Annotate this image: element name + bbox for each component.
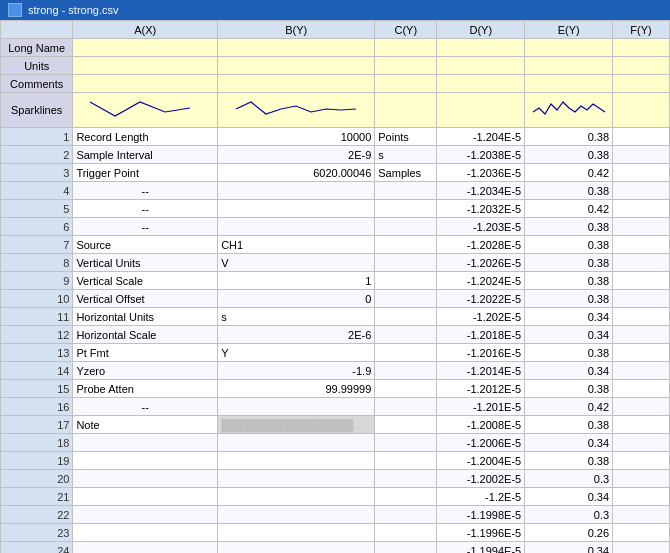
cell-b[interactable] <box>218 542 375 554</box>
cell-c[interactable] <box>375 326 437 344</box>
cell-d[interactable]: -1.2038E-5 <box>437 146 525 164</box>
cell-e[interactable]: 0.34 <box>525 434 613 452</box>
cell-b[interactable]: 99.99999 <box>218 380 375 398</box>
cell-e[interactable]: 0.34 <box>525 488 613 506</box>
cell-c[interactable] <box>375 542 437 554</box>
cell-f[interactable] <box>613 164 670 182</box>
cell-c[interactable] <box>375 200 437 218</box>
cell-e[interactable]: 0.3 <box>525 506 613 524</box>
cell-e[interactable]: 0.3 <box>525 470 613 488</box>
cell-a[interactable]: Vertical Units <box>73 254 218 272</box>
cell-d[interactable]: -1.204E-5 <box>437 128 525 146</box>
cell-f[interactable] <box>613 416 670 434</box>
cell-b[interactable] <box>218 470 375 488</box>
cell-a[interactable]: Record Length <box>73 128 218 146</box>
cell-d[interactable]: -1.2016E-5 <box>437 344 525 362</box>
cell-a[interactable] <box>73 470 218 488</box>
cell-d[interactable]: -1.202E-5 <box>437 308 525 326</box>
cell-f[interactable] <box>613 200 670 218</box>
cell-c[interactable] <box>375 182 437 200</box>
cell-a[interactable] <box>73 524 218 542</box>
cell-a[interactable]: Note <box>73 416 218 434</box>
cell-d[interactable]: -1.2008E-5 <box>437 416 525 434</box>
cell-f[interactable] <box>613 506 670 524</box>
cell-a[interactable] <box>73 452 218 470</box>
cell-b[interactable]: CH1 <box>218 236 375 254</box>
cell-e[interactable]: 0.38 <box>525 344 613 362</box>
cell-d[interactable]: -1.2E-5 <box>437 488 525 506</box>
cell-b[interactable]: 2E-9 <box>218 146 375 164</box>
cell-e[interactable]: 0.38 <box>525 416 613 434</box>
cell-e[interactable]: 0.38 <box>525 452 613 470</box>
col-header-d[interactable]: D(Y) <box>437 21 525 39</box>
cell-f[interactable] <box>613 344 670 362</box>
cell-c[interactable] <box>375 290 437 308</box>
cell-b[interactable] <box>218 434 375 452</box>
cell-c[interactable] <box>375 434 437 452</box>
cell-f[interactable] <box>613 290 670 308</box>
cell-f[interactable] <box>613 254 670 272</box>
cell-c[interactable] <box>375 236 437 254</box>
cell-e[interactable]: 0.34 <box>525 308 613 326</box>
cell-e[interactable]: 0.38 <box>525 218 613 236</box>
cell-e[interactable]: 0.26 <box>525 524 613 542</box>
cell-c[interactable] <box>375 398 437 416</box>
col-header-e[interactable]: E(Y) <box>525 21 613 39</box>
cell-f[interactable] <box>613 488 670 506</box>
cell-d[interactable]: -1.2034E-5 <box>437 182 525 200</box>
cell-b[interactable]: 2E-6 <box>218 326 375 344</box>
cell-a[interactable]: Trigger Point <box>73 164 218 182</box>
cell-d[interactable]: -1.2012E-5 <box>437 380 525 398</box>
cell-d[interactable]: -1.2004E-5 <box>437 452 525 470</box>
cell-f[interactable] <box>613 146 670 164</box>
cell-e[interactable]: 0.38 <box>525 290 613 308</box>
cell-a[interactable] <box>73 434 218 452</box>
cell-b[interactable]: V <box>218 254 375 272</box>
cell-e[interactable]: 0.34 <box>525 542 613 554</box>
cell-e[interactable]: 0.42 <box>525 398 613 416</box>
cell-b[interactable]: -1.9 <box>218 362 375 380</box>
cell-a[interactable] <box>73 488 218 506</box>
cell-c[interactable] <box>375 524 437 542</box>
cell-f[interactable] <box>613 128 670 146</box>
cell-a[interactable]: -- <box>73 398 218 416</box>
cell-a[interactable]: Yzero <box>73 362 218 380</box>
cell-e[interactable]: 0.38 <box>525 236 613 254</box>
cell-e[interactable]: 0.42 <box>525 200 613 218</box>
cell-b[interactable] <box>218 200 375 218</box>
cell-f[interactable] <box>613 470 670 488</box>
col-header-b[interactable]: B(Y) <box>218 21 375 39</box>
cell-b[interactable] <box>218 488 375 506</box>
cell-d[interactable]: -1.1994E-5 <box>437 542 525 554</box>
cell-e[interactable]: 0.38 <box>525 380 613 398</box>
cell-e[interactable]: 0.38 <box>525 254 613 272</box>
cell-b[interactable] <box>218 182 375 200</box>
col-header-f[interactable]: F(Y) <box>613 21 670 39</box>
cell-d[interactable]: -1.2002E-5 <box>437 470 525 488</box>
cell-c[interactable] <box>375 470 437 488</box>
cell-c[interactable] <box>375 308 437 326</box>
cell-b[interactable] <box>218 506 375 524</box>
cell-a[interactable]: Horizontal Scale <box>73 326 218 344</box>
cell-b[interactable]: 10000 <box>218 128 375 146</box>
cell-f[interactable] <box>613 452 670 470</box>
cell-c[interactable] <box>375 272 437 290</box>
cell-c[interactable] <box>375 488 437 506</box>
cell-a[interactable] <box>73 542 218 554</box>
cell-f[interactable] <box>613 524 670 542</box>
cell-a[interactable]: Vertical Scale <box>73 272 218 290</box>
cell-d[interactable]: -1.2036E-5 <box>437 164 525 182</box>
cell-f[interactable] <box>613 182 670 200</box>
cell-c[interactable]: Points <box>375 128 437 146</box>
cell-d[interactable]: -1.2026E-5 <box>437 254 525 272</box>
cell-c[interactable] <box>375 452 437 470</box>
cell-c[interactable] <box>375 380 437 398</box>
cell-d[interactable]: -1.2024E-5 <box>437 272 525 290</box>
cell-c[interactable] <box>375 218 437 236</box>
cell-f[interactable] <box>613 434 670 452</box>
cell-b[interactable] <box>218 452 375 470</box>
cell-e[interactable]: 0.38 <box>525 182 613 200</box>
cell-b[interactable] <box>218 398 375 416</box>
col-header-a[interactable]: A(X) <box>73 21 218 39</box>
cell-d[interactable]: -1.2018E-5 <box>437 326 525 344</box>
